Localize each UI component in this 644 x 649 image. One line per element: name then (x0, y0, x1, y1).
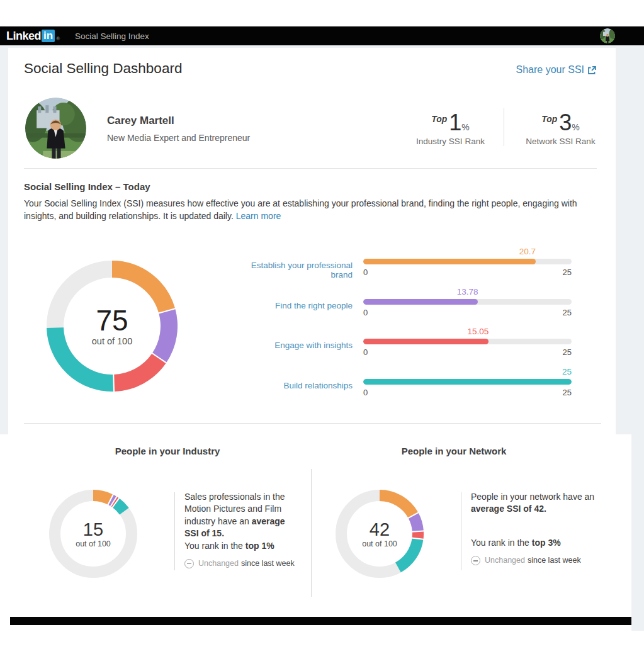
divider (24, 168, 597, 169)
industry-change-status: Unchanged since last week (184, 558, 298, 570)
bar-scale: 025 (363, 308, 572, 317)
bar-scale-max: 25 (563, 388, 572, 397)
profile-headline: New Media Expert and Entrepreneur (107, 133, 250, 143)
bar: 20.7 025 (363, 247, 572, 277)
bar-label: Engage with insights (231, 341, 353, 350)
top-navbar: Linked in ® Social Selling Index (0, 26, 644, 45)
bar-fill (363, 379, 572, 385)
industry-rank-note-text: You rank in the (184, 541, 246, 551)
profile-avatar-image (25, 98, 86, 159)
rank-prefix: Top (541, 114, 557, 124)
bar-track (363, 379, 572, 385)
today-description: Your Social Selling Index (SSI) measures… (24, 198, 596, 222)
bar-value: 20.7 (363, 247, 536, 257)
bar-scale: 025 (363, 268, 572, 277)
minus-circle-icon (184, 559, 194, 568)
profile-avatar (25, 98, 86, 159)
network-summary: People in your network have an average S… (471, 491, 600, 567)
divider (461, 492, 461, 570)
bar-label: Build relationships (231, 381, 353, 390)
network-rank-value: Top 3 % (515, 108, 606, 134)
profile-name: Carey Martell (107, 115, 174, 127)
rank-number: 1 (449, 111, 461, 134)
nav-app-title: Social Selling Index (75, 31, 149, 41)
change-status-rest: since last week (241, 558, 295, 570)
bar-value: 13.78 (363, 287, 478, 297)
network-average-bold: average SSI of 42. (471, 504, 546, 514)
bar: 15.05 025 (363, 327, 572, 357)
bar-value: 15.05 (363, 327, 489, 337)
nav-avatar-image (600, 28, 615, 43)
bar-scale-max: 25 (563, 308, 572, 317)
bar-label: Establish your professional brand (231, 261, 353, 279)
change-status-rest: since last week (528, 555, 581, 567)
page-title: Social Selling Dashboard (24, 60, 182, 77)
network-section-heading: People in your Network (311, 446, 597, 456)
bar-track (363, 299, 572, 305)
bar: 13.78 025 (363, 287, 572, 317)
background-strip (631, 434, 644, 631)
share-ssi-label: Share your SSI (516, 64, 585, 76)
bar-scale: 025 (363, 388, 572, 397)
network-average-donut: 42 out of 100 (336, 490, 424, 578)
rank-number: 3 (559, 111, 572, 134)
bar-label: Find the right people (231, 301, 353, 310)
bar-fill (363, 299, 478, 305)
learn-more-link[interactable]: Learn more (236, 211, 281, 221)
dashboard-card: Social Selling Dashboard Share your SSI (8, 48, 616, 434)
network-summary-text: People in your network have an (471, 492, 594, 502)
industry-rank-block: Top 1 % Industry SSI Rank (405, 108, 496, 146)
bar-scale-min: 0 (363, 308, 368, 317)
minus-circle-icon (471, 556, 480, 565)
ssi-component-bars: Establish your professional brand 20.7 0… (231, 242, 587, 412)
industry-rank-note-bold: top 1% (246, 541, 274, 551)
bar-scale-max: 25 (563, 268, 572, 277)
network-rank-block: Top 3 % Network SSI Rank (515, 108, 606, 146)
rank-percent-sign: % (461, 122, 469, 132)
footer-bar (10, 617, 631, 625)
divider (311, 469, 312, 597)
nav-avatar[interactable] (600, 28, 615, 43)
divider (24, 423, 601, 424)
bar-track (363, 339, 572, 344)
network-rank-note-text: You rank in the (471, 538, 532, 548)
bar-scale-min: 0 (363, 388, 368, 397)
network-rank-note: You rank in the top 3% (471, 537, 600, 549)
external-link-icon (587, 65, 597, 75)
registered-mark: ® (56, 36, 60, 43)
industry-rank-note: You rank in the top 1% (184, 540, 298, 552)
rank-prefix: Top (431, 114, 447, 124)
page: Linked in ® Social Selling Index Social … (0, 0, 644, 649)
industry-summary: Sales professionals in the Motion Pictur… (184, 491, 298, 570)
bar-scale: 025 (363, 347, 572, 357)
bar: 25 025 (363, 367, 572, 397)
comparison-section: People in your Industry People in your N… (0, 434, 631, 617)
rank-divider (504, 108, 504, 146)
rank-percent-sign: % (572, 122, 579, 132)
logo-in-badge: in (42, 30, 55, 42)
bar-fill (363, 259, 536, 264)
bar-scale-min: 0 (363, 347, 368, 357)
industry-rank-value: Top 1 % (405, 108, 496, 134)
bar-value: 25 (363, 367, 572, 377)
today-description-text: Your Social Selling Index (SSI) measures… (24, 198, 577, 221)
share-ssi-link[interactable]: Share your SSI (516, 64, 597, 76)
change-status-muted: Unchanged (485, 555, 525, 567)
industry-rank-label: Industry SSI Rank (405, 137, 496, 146)
network-rank-note-bold: top 3% (532, 538, 561, 548)
logo-text-linked: Linked (6, 30, 41, 43)
ssi-score-donut: 75 out of 100 (47, 261, 178, 392)
bar-scale-min: 0 (363, 268, 368, 277)
bar-track (363, 259, 572, 264)
change-status-muted: Unchanged (198, 558, 239, 570)
industry-section-heading: People in your Industry (24, 446, 311, 456)
bar-fill (363, 339, 489, 344)
bar-scale-max: 25 (563, 347, 572, 357)
divider (174, 492, 175, 570)
industry-average-donut: 15 out of 100 (49, 490, 137, 578)
today-section-heading: Social Selling Index – Today (24, 181, 150, 192)
linkedin-logo[interactable]: Linked in ® (6, 30, 60, 43)
network-rank-label: Network SSI Rank (515, 137, 606, 146)
network-change-status: Unchanged since last week (471, 555, 600, 567)
